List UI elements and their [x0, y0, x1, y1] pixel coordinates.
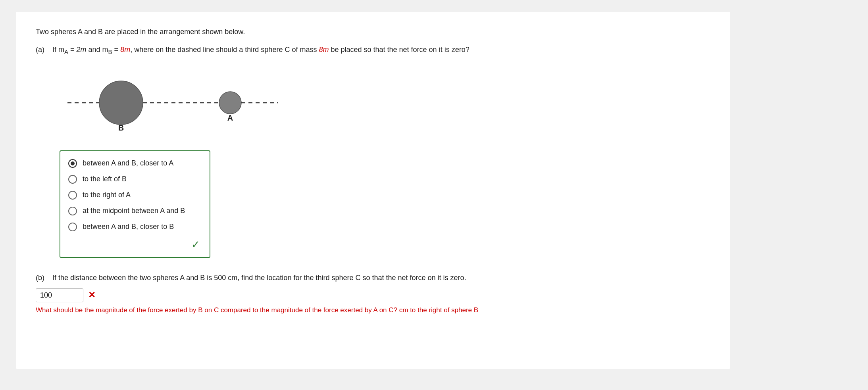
part-b-question-text: If the distance between the two spheres … — [52, 274, 466, 282]
svg-point-3 — [219, 92, 241, 114]
radio-label-1: between A and B, closer to A — [83, 159, 173, 167]
svg-point-1 — [99, 81, 143, 125]
part-b: (b) If the distance between the two sphe… — [36, 274, 710, 314]
radio-option-3[interactable]: to the right of A — [68, 191, 200, 200]
radio-label-3: to the right of A — [83, 191, 131, 199]
answer-box: between A and B, closer to A to the left… — [60, 150, 210, 258]
intro-text: Two spheres A and B are placed in the ar… — [36, 28, 710, 36]
input-row: ✕ — [36, 288, 710, 302]
diagram-svg: B A — [67, 63, 290, 142]
checkmark-icon: ✓ — [191, 238, 200, 251]
radio-label-2: to the left of B — [83, 175, 127, 183]
svg-text:B: B — [118, 123, 124, 132]
part-a-label: (a) If mA = 2m and mB = 8m, where on the… — [36, 46, 710, 55]
error-message: What should be the magnitude of the forc… — [36, 306, 397, 314]
checkmark-row: ✓ — [68, 238, 200, 251]
part-a-letter: (a) — [36, 46, 44, 54]
radio-circle-5 — [68, 223, 77, 231]
suffix-inline: cm to the right of sphere B — [399, 306, 478, 314]
svg-text:A: A — [227, 113, 233, 122]
radio-circle-4 — [68, 207, 77, 215]
page: Two spheres A and B are placed in the ar… — [16, 12, 730, 369]
diagram-container: B A — [67, 63, 710, 142]
answer-input[interactable] — [36, 288, 83, 302]
radio-circle-3 — [68, 191, 77, 200]
error-text: What should be the magnitude of the forc… — [36, 306, 710, 314]
x-mark-icon: ✕ — [88, 290, 95, 300]
part-b-question: (b) If the distance between the two sphe… — [36, 274, 710, 282]
part-a-question: If mA = 2m and mB = 8m, where on the das… — [52, 46, 470, 54]
radio-option-5[interactable]: between A and B, closer to B — [68, 223, 200, 231]
radio-circle-2 — [68, 175, 77, 184]
radio-option-2[interactable]: to the left of B — [68, 175, 200, 184]
part-b-label: (b) — [36, 274, 44, 282]
part-a: (a) If mA = 2m and mB = 8m, where on the… — [36, 46, 710, 258]
radio-circle-1 — [68, 159, 77, 168]
radio-label-5: between A and B, closer to B — [83, 223, 174, 231]
radio-label-4: at the midpoint between A and B — [83, 207, 185, 215]
radio-option-1[interactable]: between A and B, closer to A — [68, 159, 200, 168]
radio-option-4[interactable]: at the midpoint between A and B — [68, 207, 200, 215]
